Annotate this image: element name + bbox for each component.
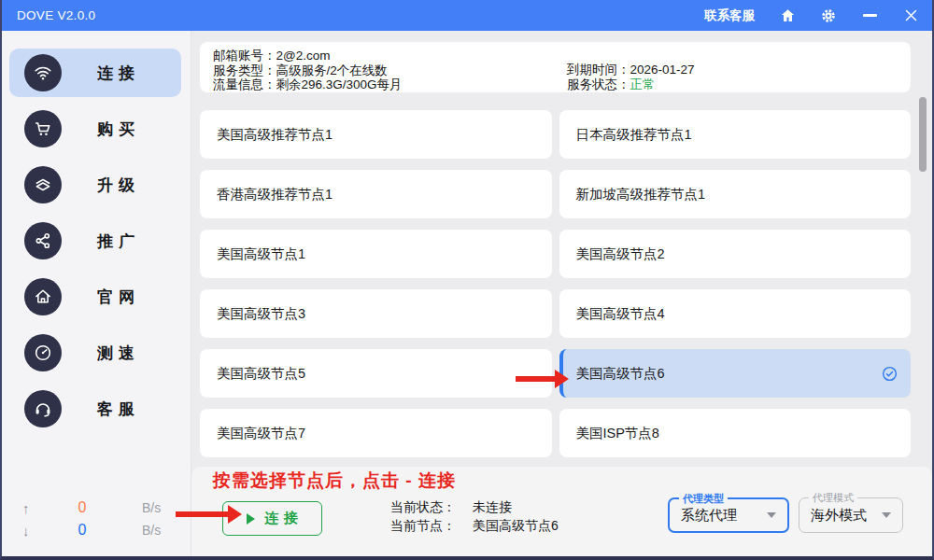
titlebar-actions: 联系客服 [704,7,919,24]
download-speed-row: ↓ 0 B/s [2,519,191,541]
home-icon[interactable] [779,7,796,24]
footer-panel: 按需选择节点后，点击 - 连接 连接 当前状态： 未连接 当前节点： 美国高级节… [191,467,932,556]
node-label: 新加坡高级推荐节点1 [576,186,706,203]
chevron-down-icon [882,512,891,518]
expire-value: 2026-01-27 [630,63,695,77]
download-speed-value: 0 [49,522,116,539]
download-speed-unit: B/s [142,523,161,538]
sidebar-item-label: 升级 [97,175,140,196]
proxy-type-value: 系统代理 [681,507,737,525]
scrollbar-thumb[interactable] [919,97,927,172]
node-label: 美国高级节点4 [576,305,665,323]
expire-label: 到期时间： [567,63,630,77]
proxy-mode-label: 代理模式 [809,491,857,505]
connect-button-label: 连接 [264,510,303,527]
cart-icon [24,110,62,147]
sidebar: 连接 购买 升级 推广 [2,31,191,556]
home-outline-icon [24,278,62,315]
minimize-button[interactable] [861,7,878,24]
speedtest-icon [24,334,62,371]
current-node-value: 美国高级节点6 [473,516,559,535]
node-label: 香港高级推荐节点1 [217,186,333,203]
current-status-value: 未连接 [473,497,512,516]
node-item[interactable]: 美国高级推荐节点1 [200,110,552,159]
email-label: 邮箱账号： [213,49,276,63]
node-label: 美国高级节点6 [576,365,665,383]
current-status-label: 当前状态： [390,497,473,516]
current-status-row: 当前状态： 未连接 [390,497,559,516]
service-type-label: 服务类型： [213,63,276,77]
sidebar-item-connect[interactable]: 连接 [9,49,181,97]
node-item[interactable]: 美国高级节点2 [559,230,912,278]
sidebar-item-label: 官网 [97,287,140,308]
close-button[interactable] [902,7,919,24]
email-line: 邮箱账号：2@2.com [213,49,567,63]
account-info-card: 邮箱账号：2@2.com 服务类型：高级服务/2个在线数 流量信息：剩余296.… [200,42,911,92]
proxy-type-select[interactable]: 代理类型 系统代理 [668,497,789,533]
current-node-label: 当前节点： [390,516,473,535]
node-label: 美国高级节点7 [217,425,305,442]
sidebar-item-label: 测速 [97,343,140,364]
proxy-mode-select[interactable]: 代理模式 海外模式 [799,497,903,533]
sidebar-item-upgrade[interactable]: 升级 [9,161,181,209]
share-icon [24,222,62,259]
sidebar-item-website[interactable]: 官网 [9,273,181,321]
node-label: 美国ISP节点8 [576,425,659,442]
upload-speed-row: ↑ 0 B/s [2,497,191,519]
sidebar-item-purchase[interactable]: 购买 [9,105,181,153]
service-type-value: 高级服务/2个在线数 [276,63,388,77]
node-item[interactable]: 日本高级推荐节点1 [559,110,912,159]
account-col-right: 到期时间：2026-01-27 服务状态：正常 [567,49,695,92]
node-item[interactable]: 美国高级节点3 [200,289,552,338]
play-icon [247,513,255,525]
connection-status: 当前状态： 未连接 当前节点： 美国高级节点6 [390,497,559,535]
sidebar-item-label: 购买 [97,119,140,140]
node-item[interactable]: 香港高级推荐节点1 [200,170,552,218]
node-label: 美国高级节点2 [576,245,665,263]
app-title: DOVE V2.0.0 [17,8,95,22]
contact-support-link[interactable]: 联系客服 [704,7,755,24]
expire-line: 到期时间：2026-01-27 [567,63,695,77]
speed-indicators: ↑ 0 B/s ↓ 0 B/s [2,497,191,541]
headset-icon [24,390,62,427]
service-status-line: 服务状态：正常 [567,77,695,92]
node-label: 美国高级节点3 [217,305,305,323]
node-label: 美国高级推荐节点1 [217,126,333,144]
node-item[interactable]: 美国高级节点1 [200,230,552,278]
node-item[interactable]: 美国ISP节点8 [559,409,912,457]
traffic-label: 流量信息： [213,77,276,91]
titlebar: DOVE V2.0.0 联系客服 [2,0,932,31]
account-col-left: 邮箱账号：2@2.com 服务类型：高级服务/2个在线数 流量信息：剩余296.… [213,49,567,92]
service-status-label: 服务状态： [567,77,630,91]
sidebar-item-label: 连接 [97,63,140,84]
node-list: 美国高级推荐节点1 日本高级推荐节点1 香港高级推荐节点1 新加坡高级推荐节点1… [200,110,911,457]
node-item-selected[interactable]: 美国高级节点6 [559,349,912,398]
upload-speed-unit: B/s [142,500,161,515]
wifi-icon [24,54,62,91]
sidebar-item-speedtest[interactable]: 测速 [9,329,181,377]
app-window: DOVE V2.0.0 联系客服 [0,0,934,560]
node-label: 美国高级节点5 [217,365,305,383]
upload-speed-value: 0 [49,499,116,516]
node-item[interactable]: 美国高级节点7 [200,409,552,457]
node-item[interactable]: 美国高级节点4 [559,289,912,338]
proxy-mode-value: 海外模式 [811,507,867,525]
sidebar-item-support[interactable]: 客服 [9,385,181,433]
node-item[interactable]: 新加坡高级推荐节点1 [559,170,912,218]
chevron-down-icon [767,512,776,518]
check-circle-icon [882,366,898,382]
email-value: 2@2.com [276,49,331,63]
service-status-value: 正常 [630,77,656,91]
connect-button[interactable]: 连接 [222,501,322,536]
upload-arrow-icon: ↑ [22,500,49,516]
download-arrow-icon: ↓ [22,523,49,539]
current-node-row: 当前节点： 美国高级节点6 [390,516,559,535]
node-label: 日本高级推荐节点1 [576,126,692,144]
traffic-line: 流量信息：剩余296.3G/300G每月 [213,77,567,92]
gear-icon[interactable] [820,7,837,24]
node-label: 美国高级节点1 [217,245,305,263]
main-panel: 邮箱账号：2@2.com 服务类型：高级服务/2个在线数 流量信息：剩余296.… [191,31,932,556]
annotation-hint: 按需选择节点后，点击 - 连接 [213,469,456,493]
node-item[interactable]: 美国高级节点5 [200,349,552,398]
sidebar-item-referral[interactable]: 推广 [9,217,181,265]
